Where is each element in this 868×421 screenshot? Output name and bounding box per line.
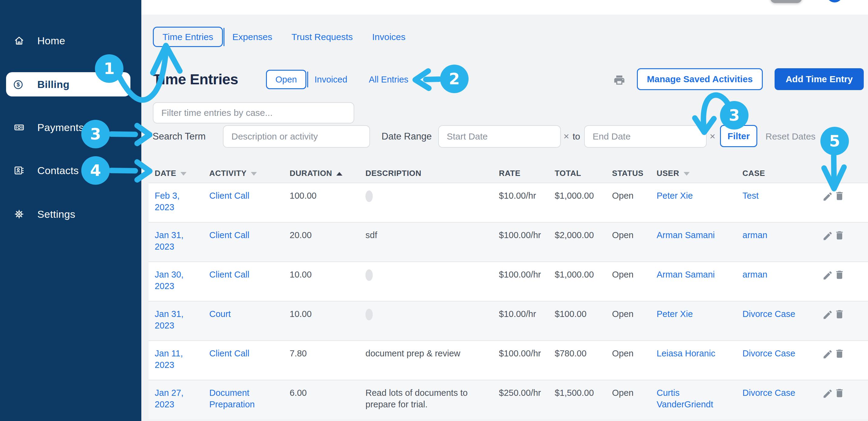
entry-activity: Client Call bbox=[209, 269, 282, 280]
entry-user-link[interactable]: Arman Samani bbox=[657, 270, 715, 279]
clear-end-date-icon[interactable]: × bbox=[710, 125, 715, 148]
entry-date-link[interactable]: Jan 31, 2023 bbox=[155, 230, 184, 251]
entry-case-link[interactable]: Divorce Case bbox=[742, 349, 795, 358]
end-date-input[interactable] bbox=[584, 125, 707, 148]
entry-case-link[interactable]: Divorce Case bbox=[742, 309, 795, 319]
entry-user-link[interactable]: Peter Xie bbox=[657, 309, 693, 319]
entry-date-link[interactable]: Jan 11, 2023 bbox=[155, 349, 183, 370]
entry-duration: 10.00 bbox=[290, 308, 350, 320]
sort-caret-down-icon bbox=[684, 172, 690, 176]
entry-case-link[interactable]: arman bbox=[742, 230, 767, 240]
delete-trash-icon[interactable] bbox=[834, 269, 845, 280]
edit-pencil-icon[interactable] bbox=[822, 191, 833, 202]
column-header-user[interactable]: USER bbox=[657, 164, 690, 183]
entry-duration: 7.80 bbox=[290, 348, 350, 359]
entry-user-link[interactable]: Arman Samani bbox=[657, 230, 715, 240]
entry-date-link[interactable]: Feb 3, 2023 bbox=[155, 191, 180, 212]
entry-activity: Client Call bbox=[209, 348, 282, 359]
entry-date: Jan 31, 2023 bbox=[155, 229, 192, 252]
column-header-date[interactable]: DATE bbox=[155, 164, 187, 183]
entry-activity-link[interactable]: Court bbox=[209, 309, 231, 319]
entry-user: Curtis VanderGriendt bbox=[657, 387, 735, 410]
sidebar-item-billing[interactable]: $Billing bbox=[0, 72, 141, 96]
delete-trash-icon[interactable] bbox=[834, 190, 845, 202]
entry-user-link[interactable]: Peter Xie bbox=[657, 191, 693, 201]
entry-description-cell bbox=[366, 308, 487, 320]
column-header-rate[interactable]: RATE bbox=[499, 164, 521, 183]
billing-dollar-icon: $ bbox=[13, 79, 24, 90]
sidebar-item-contacts[interactable]: Contacts bbox=[0, 160, 141, 181]
column-header-status[interactable]: STATUS bbox=[612, 164, 644, 183]
top-bar bbox=[141, 0, 868, 14]
edit-pencil-icon[interactable] bbox=[822, 231, 833, 241]
view-separator bbox=[307, 71, 308, 87]
column-header-description[interactable]: DESCRIPTION bbox=[366, 164, 421, 183]
print-icon[interactable] bbox=[613, 74, 625, 85]
start-date-input[interactable] bbox=[438, 125, 561, 148]
sidebar-item-label: Contacts bbox=[37, 160, 79, 181]
entry-activity-link[interactable]: Document Preparation bbox=[209, 388, 255, 409]
entry-activity-link[interactable]: Client Call bbox=[209, 230, 249, 240]
entry-case-link[interactable]: arman bbox=[742, 270, 767, 279]
entry-case: arman bbox=[742, 229, 815, 241]
entry-date: Feb 3, 2023 bbox=[155, 190, 192, 213]
edit-pencil-icon[interactable] bbox=[822, 270, 833, 281]
tab-trust-requests[interactable]: Trust Requests bbox=[291, 27, 353, 47]
tab-time-entries[interactable]: Time Entries bbox=[153, 27, 223, 47]
filter-button[interactable]: Filter bbox=[720, 125, 757, 147]
edit-pencil-icon[interactable] bbox=[822, 388, 833, 399]
tab-expenses[interactable]: Expenses bbox=[232, 27, 272, 47]
entry-activity-link[interactable]: Client Call bbox=[209, 270, 249, 279]
clear-start-date-icon[interactable]: × bbox=[563, 125, 569, 148]
search-term-input[interactable] bbox=[223, 125, 370, 148]
sidebar-item-payments[interactable]: Payments bbox=[0, 117, 141, 138]
avatar[interactable] bbox=[827, 0, 843, 2]
entry-status: Open bbox=[612, 308, 651, 320]
delete-trash-icon[interactable] bbox=[834, 388, 845, 398]
entry-date-link[interactable]: Jan 27, 2023 bbox=[155, 388, 184, 409]
column-header-case[interactable]: CASE bbox=[742, 164, 765, 183]
entry-date-link[interactable]: Jan 31, 2023 bbox=[155, 309, 184, 330]
tab-invoices[interactable]: Invoices bbox=[372, 27, 405, 47]
column-header-activity[interactable]: ACTIVITY bbox=[209, 164, 257, 183]
delete-trash-icon[interactable] bbox=[834, 230, 845, 241]
edit-pencil-icon[interactable] bbox=[822, 309, 833, 320]
entry-case-link[interactable]: Divorce Case bbox=[742, 388, 795, 398]
entry-user-link[interactable]: Leiasa Horanic bbox=[657, 349, 715, 358]
edit-pencil-icon[interactable] bbox=[822, 349, 833, 360]
empty-description-placeholder bbox=[366, 190, 373, 202]
sidebar-item-home[interactable]: Home bbox=[0, 30, 141, 51]
view-all-entries[interactable]: All Entries bbox=[369, 70, 408, 89]
view-invoiced[interactable]: Invoiced bbox=[314, 70, 347, 89]
entry-user: Peter Xie bbox=[657, 308, 735, 320]
table-row: Jan 11, 2023Client Call7.80document prep… bbox=[149, 340, 868, 380]
entry-activity-link[interactable]: Client Call bbox=[209, 349, 249, 358]
entry-user-link[interactable]: Curtis VanderGriendt bbox=[657, 388, 713, 409]
entry-activity: Client Call bbox=[209, 229, 282, 241]
case-filter-input[interactable] bbox=[153, 102, 354, 123]
add-time-entry-button[interactable]: Add Time Entry bbox=[775, 68, 864, 90]
search-term-label: Search Term bbox=[153, 125, 206, 148]
entry-duration: 20.00 bbox=[290, 229, 350, 241]
entry-user: Arman Samani bbox=[657, 229, 735, 241]
date-range-to-label: to bbox=[572, 125, 580, 148]
manage-saved-activities-button[interactable]: Manage Saved Activities bbox=[637, 68, 763, 90]
entry-date: Jan 31, 2023 bbox=[155, 308, 192, 331]
delete-trash-icon[interactable] bbox=[834, 348, 845, 359]
sidebar-item-settings[interactable]: Settings bbox=[0, 204, 141, 225]
entry-rate: $100.00/hr bbox=[499, 348, 552, 359]
sidebar-item-label: Billing bbox=[37, 74, 69, 95]
sidebar-item-label: Settings bbox=[37, 204, 75, 225]
sort-caret-down-icon bbox=[251, 172, 257, 176]
column-header-duration[interactable]: DURATION bbox=[290, 164, 342, 183]
entry-date-link[interactable]: Jan 30, 2023 bbox=[155, 270, 184, 291]
column-header-total[interactable]: TOTAL bbox=[555, 164, 581, 183]
delete-trash-icon[interactable] bbox=[834, 309, 845, 320]
entry-status: Open bbox=[612, 190, 651, 202]
reset-dates-link[interactable]: Reset Dates bbox=[766, 125, 815, 148]
entry-activity-link[interactable]: Client Call bbox=[209, 191, 249, 201]
entry-case: arman bbox=[742, 269, 815, 280]
topbar-button-partial[interactable] bbox=[770, 0, 802, 3]
view-open[interactable]: Open bbox=[266, 70, 306, 89]
entry-case-link[interactable]: Test bbox=[742, 191, 758, 201]
